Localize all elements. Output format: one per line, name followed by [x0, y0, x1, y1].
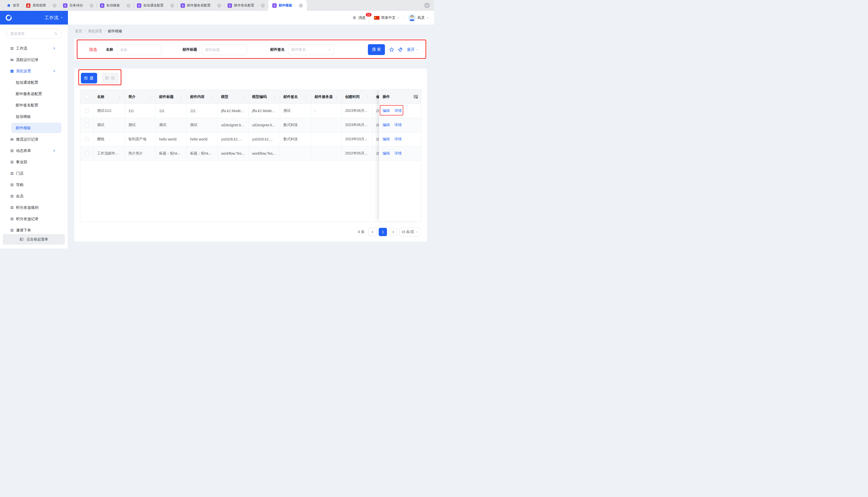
table-row[interactable]: 工作流邮件...简介简介标题：${na...标题：${na...workflow… — [80, 146, 421, 161]
column-menu-icon[interactable]: ⋮ — [118, 95, 122, 99]
breadcrumb-separator: / — [84, 29, 86, 33]
chevron-right-icon — [53, 47, 56, 50]
sidebar-subitem-短信通道配置[interactable]: 短信通道配置 — [0, 77, 68, 88]
sidebar-item-导购[interactable]: 导购 — [0, 179, 68, 190]
edit-link[interactable]: 编辑 — [383, 109, 390, 113]
column-menu-icon[interactable]: ⋮ — [148, 95, 152, 99]
column-menu-icon[interactable]: ⋮ — [242, 95, 245, 99]
column-menu-icon[interactable]: ⋮ — [180, 95, 183, 99]
tab-邮件模板[interactable]: 邮件模板× — [268, 0, 307, 11]
breadcrumb-settings[interactable]: 系统设置 — [88, 29, 102, 33]
detail-link[interactable]: 详情 — [395, 123, 402, 127]
grid-icon — [10, 217, 14, 221]
sidebar-subitem-邮件模板[interactable]: 邮件模板 — [0, 122, 68, 133]
sidebar-item-会员[interactable]: 会员 — [0, 190, 68, 202]
column-menu-icon[interactable]: ⋮ — [211, 95, 214, 99]
column-header-content: 邮件内容⋮ — [187, 90, 218, 103]
column-menu-icon[interactable]: ⋮ — [273, 95, 276, 99]
select-all-checkbox[interactable] — [85, 95, 89, 99]
close-icon[interactable]: × — [127, 4, 130, 8]
row-checkbox[interactable] — [85, 123, 89, 127]
china-flag-icon — [374, 16, 380, 20]
sidebar-item-积分发放记录[interactable]: 积分发放记录 — [0, 213, 68, 225]
sidebar-item-微流运行记录[interactable]: 微流运行记录 — [0, 133, 68, 145]
table-row[interactable]: 樱桃智利原产地hello worldhello worldys0328.k2..… — [80, 132, 421, 146]
row-checkbox[interactable] — [85, 109, 89, 113]
signature-filter-select[interactable]: 邮件签名 — [288, 44, 334, 55]
page-1-button[interactable]: 1 — [379, 228, 387, 236]
tab-首页[interactable]: 首页 — [4, 0, 23, 11]
sidebar-item-系统设置[interactable]: 系统设置 — [0, 65, 68, 77]
close-icon[interactable]: × — [261, 4, 265, 8]
sidebar-menu: 工作流流程运行记录系统设置短信通道配置邮件服务器配置邮件签名配置短信模板邮件模板… — [0, 43, 68, 236]
edit-link[interactable]: 编辑 — [383, 151, 390, 156]
collapse-menu-button[interactable]: 点击收起菜单 — [3, 234, 65, 245]
sidebar-subitem-邮件服务器配置[interactable]: 邮件服务器配置 — [0, 88, 68, 99]
column-menu-icon[interactable]: ⋮ — [304, 95, 308, 99]
detail-link[interactable]: 详情 — [395, 151, 402, 156]
bell-icon[interactable] — [352, 15, 357, 20]
cell-content: hello world — [187, 132, 218, 146]
edit-link[interactable]: 编辑 — [383, 137, 390, 142]
menu-search-placeholder: 搜索菜单 — [10, 31, 25, 36]
subject-filter-input[interactable] — [202, 44, 247, 55]
create-button[interactable]: 创 建 — [81, 73, 97, 83]
messages-link[interactable]: 消息 16 — [358, 15, 366, 20]
sidebar-subitem-短信模板[interactable]: 短信模板 — [0, 111, 68, 122]
name-filter-input[interactable] — [117, 44, 161, 55]
sidebar-item-门店[interactable]: 门店 — [0, 168, 68, 179]
tab-任务待办[interactable]: 任务待办× — [60, 0, 97, 11]
search-button[interactable]: 搜 索 — [368, 44, 385, 55]
tab-系统权限[interactable]: 系统权限× — [23, 0, 60, 11]
tab-label: 邮件服务器配置 — [187, 3, 211, 8]
menu-search-input[interactable]: 搜索菜单 — [6, 29, 62, 39]
messages-label: 消息 — [358, 15, 366, 20]
row-checkbox[interactable] — [85, 137, 89, 141]
table-scroll-area[interactable]: 名称⋮简介⋮邮件标题⋮邮件内容⋮模型⋮模型编码⋮邮件签名⋮邮件服务器⋮创建时间⋮… — [80, 90, 421, 222]
prev-page-button[interactable] — [368, 228, 376, 236]
user-menu[interactable]: 风灵 — [408, 14, 429, 22]
select-chevron-down-icon — [328, 48, 331, 52]
sidebar-subitem-邮件签名配置[interactable]: 邮件签名配置 — [0, 99, 68, 111]
clear-brush-icon[interactable] — [397, 47, 403, 53]
tab-邮件签名配置[interactable]: 邮件签名配置× — [225, 0, 268, 11]
language-switcher[interactable]: 简体中文 — [374, 15, 400, 20]
sidebar-item-流程运行记录[interactable]: 流程运行记录 — [0, 54, 68, 65]
tab-短信模板[interactable]: 短信模板× — [97, 0, 133, 11]
flow-app-icon — [63, 3, 68, 8]
flow-app-icon — [181, 3, 185, 8]
tab-邮件服务器配置[interactable]: 邮件服务器配置× — [177, 0, 224, 11]
app-title[interactable]: 工作流 — [45, 15, 59, 21]
detail-link[interactable]: 详情 — [395, 137, 402, 142]
next-page-button[interactable] — [389, 228, 397, 236]
column-menu-icon[interactable]: ⋮ — [366, 95, 369, 99]
table-fixed-action-column: 操作编辑详情编辑详情编辑详情编辑详情 — [379, 90, 421, 222]
breadcrumb-home[interactable]: 首页 — [75, 29, 82, 33]
cell-code: workflow.Tes... — [249, 146, 280, 160]
close-icon[interactable]: × — [90, 4, 94, 8]
sidebar-item-工作流[interactable]: 工作流 — [0, 43, 68, 54]
cell-intro: 111 — [125, 104, 156, 118]
close-icon[interactable]: × — [53, 4, 57, 8]
sidebar-item-动态表单[interactable]: 动态表单 — [0, 145, 68, 156]
close-icon[interactable]: × — [170, 4, 174, 8]
cell-code: ys0328.k2.... — [249, 132, 280, 146]
tab-overflow-chevron-icon[interactable] — [424, 3, 430, 8]
sidebar-item-事业部[interactable]: 事业部 — [0, 156, 68, 168]
column-settings-icon[interactable] — [413, 94, 418, 99]
pagination: 4 条 1 15 条/页 — [358, 228, 421, 236]
row-checkbox[interactable] — [85, 151, 89, 156]
breadcrumb-current: 邮件模板 — [108, 29, 123, 33]
sidebar-item-积分发放规则[interactable]: 积分发放规则 — [0, 202, 68, 213]
column-menu-icon[interactable]: ⋮ — [335, 95, 338, 99]
favorite-star-icon[interactable] — [389, 47, 395, 53]
expand-filters-link[interactable]: 展开 — [407, 47, 418, 52]
tab-短信通道配置[interactable]: 短信通道配置× — [134, 0, 177, 11]
table-row[interactable]: 测试测试测试测试uiDesigner.k...uiDesigner.k...数式… — [80, 118, 421, 132]
close-icon[interactable]: × — [217, 4, 221, 8]
detail-link[interactable]: 详情 — [395, 109, 402, 113]
edit-link[interactable]: 编辑 — [383, 123, 390, 127]
close-icon[interactable]: × — [299, 4, 303, 8]
page-size-select[interactable]: 15 条/页 — [399, 228, 421, 236]
table-row[interactable]: 测试1111111111111jffa.k2.Mode...jffa.k2.Mo… — [80, 104, 421, 118]
